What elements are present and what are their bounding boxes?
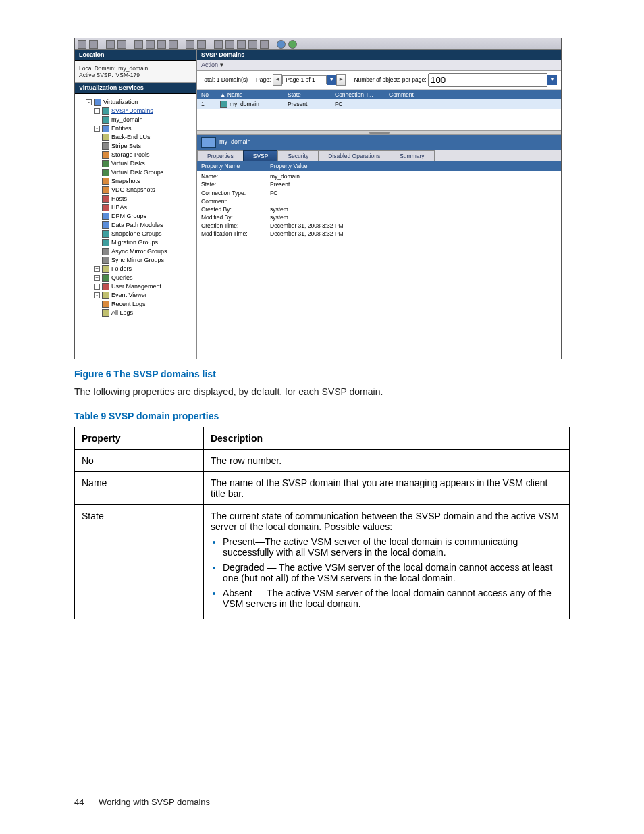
folder-icon: [94, 99, 101, 106]
col-state[interactable]: State: [284, 90, 331, 99]
home-icon[interactable]: [106, 40, 115, 49]
tree-snapshots[interactable]: Snapshots: [102, 177, 194, 186]
cell-name-prop: Name: [75, 471, 204, 504]
detail-tabs: Properties SVSP Security Disabled Operat…: [197, 150, 561, 161]
tree-stripe-sets[interactable]: Stripe Sets: [102, 142, 194, 151]
grid-body: 1 my_domain Present FC: [197, 99, 561, 130]
th-description: Description: [204, 427, 570, 449]
tab-disabled-operations[interactable]: Disabled Operations: [318, 150, 390, 161]
open-icon[interactable]: [146, 40, 155, 49]
col-comment[interactable]: Comment: [385, 90, 561, 99]
list-pager: Total: 1 Domain(s) Page: ◄ Page 1 of 1 ▼…: [197, 71, 561, 90]
tree-my-domain[interactable]: my_domain: [102, 115, 194, 124]
page-footer: 44 Working with SVSP domains: [74, 797, 210, 807]
objects-per-page-input[interactable]: [428, 73, 547, 87]
tree-entities[interactable]: -Entities: [94, 124, 194, 133]
refresh-icon[interactable]: [117, 40, 126, 49]
tree-hosts[interactable]: Hosts: [102, 194, 194, 203]
vdg-icon: [102, 169, 109, 176]
tab-security[interactable]: Security: [277, 150, 319, 161]
tree-folders[interactable]: +Folders: [94, 265, 194, 273]
cell-no-prop: No: [75, 449, 204, 471]
host-icon: [102, 195, 109, 203]
figure-caption: Figure 6 The SVSP domains list: [74, 369, 570, 380]
ffwd-icon[interactable]: [260, 40, 269, 49]
local-domain-label: Local Domain:: [79, 65, 115, 72]
page-next-button[interactable]: ►: [336, 74, 346, 86]
tree-user-management[interactable]: +User Management: [94, 282, 194, 291]
tab-svsp[interactable]: SVSP: [243, 150, 279, 161]
tree-svsp-domains[interactable]: -SVSP Domains: [94, 107, 194, 115]
tree-event-viewer[interactable]: -Event Viewer: [94, 291, 194, 300]
location-body: Local Domain: my_domain Active SVSP: VSM…: [75, 61, 196, 83]
page-field[interactable]: Page 1 of 1: [282, 75, 327, 84]
play-icon[interactable]: [214, 40, 223, 49]
tree-async-mirror-groups[interactable]: Async Mirror Groups: [102, 247, 194, 256]
page-label: Page:: [256, 76, 271, 83]
col-no[interactable]: No: [197, 90, 216, 99]
about-icon[interactable]: [288, 40, 297, 49]
total-count: Total: 1 Domain(s): [201, 76, 248, 83]
new-icon[interactable]: [134, 40, 143, 49]
step-icon[interactable]: [237, 40, 246, 49]
tree-virtualization[interactable]: -Virtualization: [86, 98, 194, 107]
help-icon[interactable]: [277, 40, 286, 49]
copy-icon[interactable]: [186, 40, 194, 49]
tree-hbas[interactable]: HBAs: [102, 203, 194, 212]
back-icon[interactable]: [78, 40, 86, 49]
action-menu[interactable]: Action: [197, 60, 561, 71]
tree-dpm-groups[interactable]: DPM Groups: [102, 212, 194, 221]
stop-icon[interactable]: [225, 40, 234, 49]
cell-name-desc: The name of the SVSP domain that you are…: [204, 471, 570, 504]
state-bullet-present: Present—The active VSM server of the loc…: [223, 536, 562, 558]
page-prev-button[interactable]: ◄: [273, 74, 282, 86]
vdisk-icon: [102, 160, 109, 167]
tree-vdg-snapshots[interactable]: VDG Snapshots: [102, 186, 194, 194]
tree-queries[interactable]: +Queries: [94, 273, 194, 282]
tree-all-logs[interactable]: All Logs: [102, 309, 194, 317]
tree-sync-mirror-groups[interactable]: Sync Mirror Groups: [102, 256, 194, 265]
migration-icon: [102, 239, 109, 246]
objects-per-page-label: Number of objects per page:: [354, 76, 426, 83]
lu-icon: [102, 134, 109, 141]
delete-icon[interactable]: [197, 40, 206, 49]
active-svsp-value: VSM-179: [116, 72, 140, 78]
location-header: Location: [75, 50, 196, 61]
intro-text: The following properties are displayed, …: [74, 386, 570, 397]
all-logs-icon: [102, 309, 109, 317]
section-title: Working with SVSP domains: [99, 797, 210, 807]
forward-icon[interactable]: [89, 40, 98, 49]
page-dropdown[interactable]: ▼: [327, 75, 336, 85]
col-connection[interactable]: Connection T...: [331, 90, 385, 99]
state-bullet-absent: Absent — The active VSM server of the lo…: [223, 588, 562, 609]
tree-back-end-lus[interactable]: Back-End LUs: [102, 133, 194, 142]
tab-properties[interactable]: Properties: [197, 150, 244, 161]
async-mirror-icon: [102, 248, 109, 255]
tree-migration-groups[interactable]: Migration Groups: [102, 238, 194, 247]
tree-recent-logs[interactable]: Recent Logs: [102, 300, 194, 309]
grid-header: No ▲ Name State Connection T... Comment: [197, 90, 561, 99]
pause-icon[interactable]: [248, 40, 257, 49]
table-row[interactable]: 1 my_domain Present FC: [197, 99, 561, 109]
tree-snapclone-groups[interactable]: Snapclone Groups: [102, 230, 194, 238]
tree-storage-pools[interactable]: Storage Pools: [102, 151, 194, 159]
cell-no-desc: The row number.: [204, 449, 570, 471]
objects-per-page-dropdown[interactable]: ▼: [547, 75, 557, 85]
table-caption: Table 9 SVSP domain properties: [74, 411, 570, 421]
tree-data-path-modules[interactable]: Data Path Modules: [102, 221, 194, 230]
splitter[interactable]: [197, 130, 561, 135]
nav-tree: -Virtualization -SVSP Domains my_domain …: [75, 94, 196, 359]
cut-icon[interactable]: [157, 40, 166, 49]
tab-summary[interactable]: Summary: [390, 150, 434, 161]
domain-icon: [102, 107, 109, 115]
tree-virtual-disks[interactable]: Virtual Disks: [102, 159, 194, 168]
folder-icon: [102, 265, 109, 273]
users-icon: [102, 283, 109, 290]
paste-icon[interactable]: [169, 40, 178, 49]
server-icon: [201, 137, 216, 148]
tree-virtual-disk-groups[interactable]: Virtual Disk Groups: [102, 168, 194, 177]
col-name[interactable]: ▲ Name: [216, 90, 284, 99]
snapclone-icon: [102, 230, 109, 238]
kv-header: Property Name Property Value: [197, 161, 561, 171]
cell-state-prop: State: [75, 504, 204, 619]
